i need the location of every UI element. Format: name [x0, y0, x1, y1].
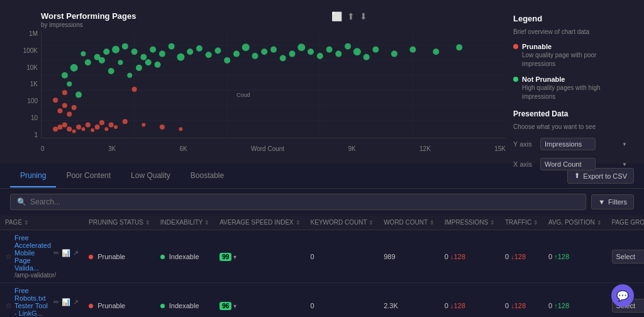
y-axis-select[interactable]: Impressions Traffic Word Count: [540, 138, 596, 150]
edit-icon-1[interactable]: ✏: [53, 249, 59, 257]
svg-point-77: [62, 90, 67, 95]
x-axis-labels: 0 3K 6K Word Count 9K 12K 15K: [41, 145, 506, 152]
prunable-desc: Low quality page with poor impressions: [522, 52, 596, 67]
presented-data-sub: Choose what you want to see: [513, 123, 630, 130]
fullscreen-icon[interactable]: ⬜: [331, 11, 342, 21]
svg-point-40: [252, 53, 258, 59]
table-row: ☆ Free Robots.txt Tester Tool - LinkG...…: [0, 283, 644, 318]
pruning-status-2: Prunable: [97, 302, 125, 309]
not-prunable-dot: [513, 77, 518, 82]
download-icon[interactable]: ⬇: [360, 11, 367, 21]
x-axis-select[interactable]: Word Count Impressions Traffic: [540, 158, 596, 170]
td-word-2: 2.3K: [379, 283, 440, 318]
star-icon-1[interactable]: ☆: [5, 252, 12, 261]
speed-badge-1: 99: [219, 253, 231, 261]
search-icon: 🔍: [17, 197, 26, 206]
tab-pruning[interactable]: Pruning: [10, 165, 56, 187]
svg-point-54: [391, 51, 397, 57]
td-speed-2: 96 ▾: [214, 283, 305, 318]
svg-text:Coud: Coud: [236, 92, 250, 98]
table-body: ☆ Free Accelerated Mobile Page Valida...…: [0, 230, 644, 318]
svg-point-49: [335, 51, 341, 57]
td-pruning-2: Prunable: [84, 283, 155, 318]
svg-point-72: [58, 108, 63, 113]
position-arrow-1: ↑128: [554, 253, 569, 260]
chart-section: Worst Performing Pages by impressions ⬜ …: [0, 0, 644, 164]
svg-point-51: [353, 48, 361, 55]
star-icon-2[interactable]: ☆: [5, 301, 12, 310]
td-index-2: Indexable: [155, 283, 214, 318]
th-pruning-status: PRUNING STATUS ⇕: [84, 215, 155, 230]
y-axis-label: Y axis: [513, 140, 535, 148]
svg-point-79: [142, 123, 145, 126]
tab-boostable[interactable]: Boostable: [180, 165, 234, 187]
td-traffic-1: 0 ↓128: [500, 230, 543, 283]
svg-point-64: [81, 127, 85, 131]
filter-icon: ▼: [598, 198, 605, 206]
svg-point-10: [75, 92, 82, 98]
svg-point-26: [169, 43, 175, 50]
svg-point-59: [58, 125, 63, 130]
traffic-arrow-1: ↓128: [511, 253, 526, 260]
chat-bubble[interactable]: 💬: [611, 284, 634, 307]
svg-point-81: [179, 127, 182, 131]
svg-point-63: [76, 125, 81, 130]
tab-low-quality[interactable]: Low Quality: [121, 165, 180, 187]
svg-point-58: [53, 126, 58, 131]
y-axis-10k: 10K: [26, 64, 38, 71]
page-link-1[interactable]: Free Accelerated Mobile Page Valida...: [14, 234, 51, 272]
share-icon[interactable]: ⬆: [347, 11, 355, 21]
stats-icon-2[interactable]: 📊: [62, 298, 70, 306]
filters-button[interactable]: ▼ Filters: [591, 194, 634, 209]
prunable-dot: [513, 44, 518, 49]
external-icon-1[interactable]: ↗: [73, 249, 79, 257]
chart-title: Worst Performing Pages: [41, 11, 136, 21]
svg-point-20: [122, 43, 128, 50]
search-input[interactable]: [30, 197, 579, 206]
search-box: 🔍: [10, 194, 586, 210]
tab-poor-content[interactable]: Poor Content: [56, 165, 121, 187]
th-page-grouping: PAGE GROUPING: [607, 215, 644, 230]
svg-point-14: [85, 59, 91, 65]
position-arrow-2: ↑128: [554, 302, 569, 309]
pruning-dot-1: [89, 255, 93, 259]
table-row: ☆ Free Accelerated Mobile Page Valida...…: [0, 230, 644, 283]
svg-point-61: [67, 126, 72, 131]
y-axis-100k: 100K: [23, 47, 38, 54]
th-keyword-count: KEYWORD COUNT ⇕: [306, 215, 379, 230]
speed-arrow-2: ▾: [233, 303, 236, 309]
y-axis-select-wrapper: Impressions Traffic Word Count: [540, 138, 630, 150]
svg-point-73: [62, 103, 67, 108]
x-word-count-label: Word Count: [251, 145, 284, 152]
svg-point-21: [131, 48, 138, 55]
svg-point-42: [270, 47, 277, 53]
svg-point-12: [62, 72, 68, 79]
page-link-2[interactable]: Free Robots.txt Tester Tool - LinkG...: [14, 287, 51, 317]
svg-point-25: [159, 51, 165, 57]
stats-icon-1[interactable]: 📊: [62, 249, 70, 257]
prunable-label: Prunable: [522, 43, 630, 50]
td-keyword-1: 0: [306, 230, 379, 283]
svg-point-71: [114, 125, 118, 129]
td-position-1: 0 ↑128: [543, 230, 607, 283]
y-axis-1k: 1K: [30, 81, 38, 87]
chart-subtitle: by impressions: [41, 21, 83, 28]
svg-point-32: [145, 59, 152, 65]
external-icon-2[interactable]: ↗: [73, 298, 79, 306]
svg-point-43: [280, 55, 286, 61]
table-header: PAGE ⇕ PRUNING STATUS ⇕ INDEXABILITY ⇕ A…: [0, 215, 644, 230]
traffic-arrow-2: ↓128: [511, 302, 526, 309]
svg-point-74: [67, 111, 72, 116]
td-word-1: 989: [379, 230, 440, 283]
td-traffic-2: 0 ↓128: [500, 283, 543, 318]
grouping-select-1[interactable]: Select: [612, 250, 644, 264]
svg-point-55: [409, 47, 416, 53]
y-axis-labels: 1M 100K 10K 1K 100 10 1: [11, 30, 38, 138]
filters-label: Filters: [608, 198, 627, 206]
export-label: Export to CSV: [583, 172, 627, 180]
edit-icon-2[interactable]: ✏: [53, 298, 59, 306]
svg-point-35: [206, 52, 212, 58]
presented-data-title: Presented Data: [513, 109, 630, 118]
legend-title: Legend: [513, 14, 630, 23]
svg-point-69: [104, 127, 108, 131]
